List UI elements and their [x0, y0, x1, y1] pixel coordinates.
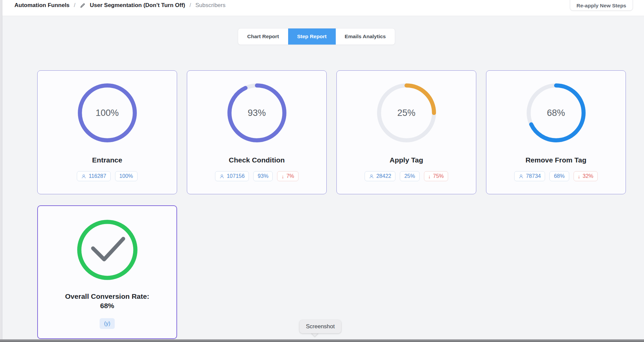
- rate-value: 93%: [258, 173, 268, 179]
- report-tabs: Chart Report Step Report Emails Analytic…: [238, 28, 395, 45]
- arrow-down-icon: ↓: [281, 174, 284, 179]
- ring-percent-label: 25%: [375, 82, 438, 144]
- subscriber-count-badge: 116287: [77, 171, 110, 181]
- tooltip-bubble: Screenshot: [300, 320, 341, 333]
- window-left-edge: [0, 0, 2, 342]
- step-card-title: Apply Tag: [390, 156, 423, 164]
- overall-title-line2: 68%: [65, 301, 149, 311]
- step-card-title: Remove From Tag: [526, 156, 587, 164]
- step-card-badges: 107156 93% ↓ 7%: [215, 171, 299, 181]
- overall-conversion-card[interactable]: Overall Conversion Rate: 68% (y): [37, 205, 177, 339]
- subscriber-count: 116287: [89, 173, 106, 179]
- step-card-badges: 28422 25% ↓ 75%: [365, 171, 448, 181]
- drop-badge: ↓ 32%: [574, 171, 598, 181]
- breadcrumb-automation-funnels[interactable]: Automation Funnels: [14, 2, 69, 9]
- rate-badge: 100%: [115, 171, 138, 181]
- tab-chart-report[interactable]: Chart Report: [238, 28, 288, 45]
- breadcrumb-separator: /: [190, 2, 191, 8]
- breadcrumb-separator: /: [74, 2, 75, 8]
- ring-percent-label: 100%: [76, 82, 139, 144]
- subscriber-count-badge: 28422: [365, 171, 396, 181]
- drop-value: 75%: [433, 173, 444, 179]
- breadcrumb: Automation Funnels / User Segmentation (…: [14, 0, 225, 11]
- progress-ring: 68%: [525, 82, 587, 144]
- person-icon: [219, 174, 224, 179]
- overall-title-line1: Overall Conversion Rate:: [65, 292, 149, 301]
- progress-ring: 25%: [375, 82, 438, 144]
- rate-value: 100%: [119, 173, 133, 179]
- rate-badge: 25%: [400, 171, 419, 181]
- tab-emails-analytics[interactable]: Emails Analytics: [336, 28, 395, 45]
- subscriber-count-badge: 107156: [215, 171, 249, 181]
- drop-value: 7%: [286, 173, 294, 179]
- breadcrumb-subscribers[interactable]: Subscribers: [195, 2, 225, 9]
- overall-card-title: Overall Conversion Rate: 68%: [65, 292, 149, 311]
- person-icon: [81, 174, 86, 179]
- step-card-title: Check Condition: [229, 156, 285, 164]
- tab-step-report[interactable]: Step Report: [288, 28, 336, 45]
- step-report-page: Automation Funnels / User Segmentation (…: [0, 0, 644, 342]
- subscriber-count: 28422: [376, 173, 391, 179]
- screenshot-tooltip: Screenshot: [300, 320, 341, 333]
- subscriber-count: 78734: [526, 173, 541, 179]
- y-badge: (y): [100, 318, 115, 329]
- reapply-new-steps-button[interactable]: Re-apply New Steps: [570, 0, 633, 11]
- step-card-apply-tag[interactable]: 25% Apply Tag 28422 25% ↓ 75%: [336, 70, 476, 194]
- drop-badge: ↓ 75%: [424, 171, 448, 181]
- window-bottom-edge: [0, 339, 644, 342]
- arrow-down-icon: ↓: [428, 174, 431, 179]
- progress-ring: 93%: [226, 82, 288, 144]
- step-card-title: Entrance: [92, 156, 122, 164]
- step-cards-row: 100% Entrance 116287 100%: [37, 70, 626, 194]
- rate-value: 68%: [554, 173, 565, 179]
- step-card-check-condition[interactable]: 93% Check Condition 107156 93% ↓ 7%: [187, 70, 327, 194]
- drop-value: 32%: [583, 173, 593, 179]
- step-card-badges: 78734 68% ↓ 32%: [514, 171, 598, 181]
- progress-ring: [75, 218, 139, 282]
- step-card-badges: 116287 100%: [77, 171, 137, 181]
- rate-badge: 68%: [549, 171, 569, 181]
- checkmark-icon: [75, 218, 139, 282]
- step-card-entrance[interactable]: 100% Entrance 116287 100%: [37, 70, 177, 194]
- arrow-down-icon: ↓: [578, 174, 581, 179]
- breadcrumb-funnel-name[interactable]: User Segmentation (Don't Turn Off): [90, 2, 185, 9]
- rate-badge: 93%: [253, 171, 273, 181]
- ring-percent-label: 93%: [226, 82, 288, 144]
- person-icon: [519, 174, 524, 179]
- rate-value: 25%: [404, 173, 415, 179]
- subscriber-count-badge: 78734: [514, 171, 545, 181]
- drop-badge: ↓ 7%: [277, 171, 299, 181]
- header: Automation Funnels / User Segmentation (…: [2, 0, 644, 16]
- progress-ring: 100%: [76, 82, 139, 144]
- ring-percent-label: 68%: [525, 82, 587, 144]
- person-icon: [369, 174, 374, 179]
- edit-pencil-icon[interactable]: [80, 3, 86, 8]
- subscriber-count: 107156: [227, 173, 245, 179]
- step-card-remove-from-tag[interactable]: 68% Remove From Tag 78734 68% ↓ 32%: [486, 70, 626, 194]
